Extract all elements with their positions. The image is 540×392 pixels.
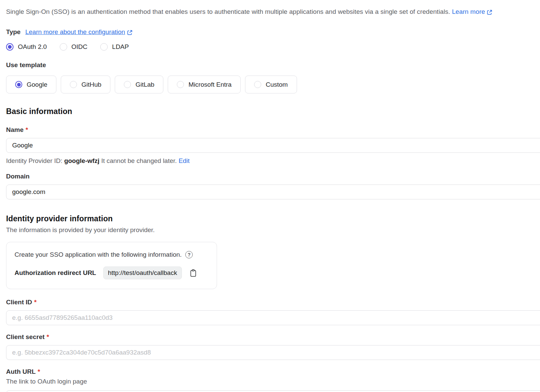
client-secret-label-text: Client secret	[6, 333, 45, 341]
redirect-url-value: http://test/oauth/callback	[103, 267, 182, 279]
required-asterisk: *	[47, 333, 49, 341]
template-card-label: GitHub	[81, 81, 101, 88]
idp-helper-suffix: It cannot be changed later.	[100, 157, 179, 164]
sso-application-callout: Create your SSO application with the fol…	[6, 242, 217, 289]
domain-label-text: Domain	[6, 173, 30, 180]
type-option-label: OIDC	[72, 43, 88, 51]
auth-url-input[interactable]	[6, 390, 540, 392]
idp-id-value: google-wfzj	[64, 157, 99, 164]
client-id-label-text: Client ID	[6, 299, 32, 306]
external-link-icon	[127, 30, 133, 35]
redirect-url-row: Authorization redirect URL http://test/o…	[15, 267, 209, 279]
sso-description: Single Sign-On (SSO) is an authenticatio…	[6, 8, 540, 16]
help-question-icon[interactable]: ?	[185, 251, 193, 258]
type-option-oidc[interactable]: OIDC	[60, 43, 88, 51]
radio-icon	[15, 81, 22, 88]
template-card-custom[interactable]: Custom	[245, 76, 297, 93]
type-option-label: OAuth 2.0	[18, 43, 47, 51]
clipboard-icon	[189, 269, 197, 277]
type-option-label: LDAP	[112, 43, 129, 51]
required-asterisk: *	[38, 368, 40, 375]
copy-to-clipboard-button[interactable]	[189, 269, 197, 277]
radio-icon	[6, 43, 14, 51]
callout-title-row: Create your SSO application with the fol…	[15, 251, 209, 258]
learn-more-label: Learn more	[452, 8, 485, 16]
radio-icon	[177, 81, 184, 88]
redirect-url-label: Authorization redirect URL	[15, 269, 96, 277]
client-id-input[interactable]	[6, 310, 540, 325]
client-id-field-label: Client ID *	[6, 299, 540, 306]
radio-icon	[70, 81, 77, 88]
idp-information-subtitle: The information is provided by your iden…	[6, 226, 540, 234]
required-asterisk: *	[34, 299, 36, 306]
basic-information-heading: Basic information	[6, 107, 540, 116]
name-input[interactable]	[6, 138, 540, 153]
template-card-label: Microsoft Entra	[188, 81, 232, 88]
type-label: Type	[6, 28, 21, 36]
template-card-label: GitLab	[135, 81, 154, 88]
name-label-text: Name	[6, 126, 24, 134]
type-section-header: Type Learn more about the configuration	[6, 28, 540, 36]
type-option-ldap[interactable]: LDAP	[100, 43, 129, 51]
sso-settings-page: Single Sign-On (SSO) is an authenticatio…	[0, 0, 540, 392]
auth-url-field-label: Auth URL *	[6, 368, 540, 375]
domain-field-label: Domain	[6, 173, 540, 180]
external-link-icon	[487, 9, 492, 15]
type-option-oauth2[interactable]: OAuth 2.0	[6, 43, 47, 51]
idp-helper-prefix: Identity Provider ID:	[6, 157, 64, 164]
auth-url-label-text: Auth URL	[6, 368, 36, 375]
learn-more-link[interactable]: Learn more	[452, 8, 492, 16]
configuration-learn-more-label: Learn more about the configuration	[25, 28, 125, 36]
client-secret-field-label: Client secret *	[6, 333, 540, 341]
callout-title: Create your SSO application with the fol…	[15, 251, 182, 258]
template-card-google[interactable]: Google	[6, 76, 56, 93]
template-card-microsoft-entra[interactable]: Microsoft Entra	[168, 76, 241, 93]
use-template-label: Use template	[6, 61, 540, 69]
auth-url-helper-text: The link to OAuth login page	[6, 378, 540, 385]
configuration-learn-more-link[interactable]: Learn more about the configuration	[25, 28, 133, 36]
name-field-label: Name *	[6, 126, 540, 134]
radio-icon	[100, 43, 108, 51]
required-asterisk: *	[26, 126, 28, 134]
template-card-label: Custom	[266, 81, 288, 88]
edit-idp-id-link[interactable]: Edit	[179, 157, 190, 164]
template-card-gitlab[interactable]: GitLab	[115, 76, 163, 93]
identity-provider-id-helper: Identity Provider ID: google-wfzj It can…	[6, 157, 540, 165]
sso-description-text: Single Sign-On (SSO) is an authenticatio…	[6, 8, 450, 15]
template-card-label: Google	[27, 81, 47, 88]
radio-icon	[60, 43, 67, 51]
radio-icon	[254, 81, 261, 88]
radio-icon	[124, 81, 131, 88]
template-card-github[interactable]: GitHub	[61, 76, 110, 93]
client-secret-input[interactable]	[6, 345, 540, 360]
domain-input[interactable]	[6, 185, 540, 199]
type-radio-group: OAuth 2.0 OIDC LDAP	[6, 43, 540, 51]
template-card-group: Google GitHub GitLab Microsoft Entra Cus…	[6, 76, 540, 93]
idp-information-heading: Identity provider information	[6, 214, 540, 223]
